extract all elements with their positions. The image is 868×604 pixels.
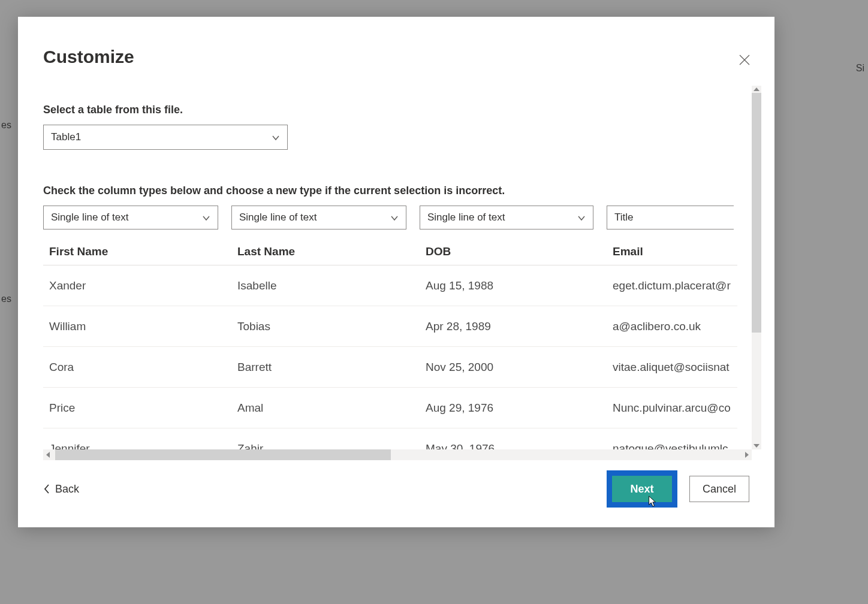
chevron-down-icon [390,213,399,222]
back-button[interactable]: Back [43,483,79,496]
column-header-first-name: First Name [43,245,231,258]
customize-dialog: Customize Select a table from this file.… [18,17,774,527]
cell-first-name: Price [43,401,231,415]
cancel-button-label: Cancel [703,483,736,496]
mouse-cursor-icon [647,495,658,508]
column-type-value: Single line of text [51,212,128,224]
scroll-left-arrow-icon [46,452,50,458]
dialog-title: Customize [43,47,749,67]
cell-first-name: Jennifer [43,442,231,449]
table-row: William Tobias Apr 28, 1989 a@aclibero.c… [43,306,737,347]
column-type-dropdown-4[interactable]: Title [607,206,734,229]
cell-first-name: Xander [43,279,231,292]
cell-email: vitae.aliquet@sociisnat [607,361,737,374]
background-text-fragment: es [1,294,11,304]
close-button[interactable] [737,53,752,67]
cell-email: natoque@vestibulumlc [607,442,737,449]
cell-dob: Aug 15, 1988 [420,279,607,292]
cell-last-name: Isabelle [231,279,420,292]
vertical-scrollbar-thumb[interactable] [752,93,761,333]
table-select-label: Select a table from this file. [43,104,761,116]
horizontal-scrollbar-thumb[interactable] [55,449,391,460]
dialog-footer: Back Next Cancel [43,476,749,502]
column-type-value: Single line of text [427,212,505,224]
cell-email: a@aclibero.co.uk [607,320,737,333]
column-type-dropdown-3[interactable]: Single line of text [420,206,593,229]
cell-email: eget.dictum.placerat@r [607,279,737,292]
table-row: Jennifer Zahir May 30, 1976 natoque@vest… [43,428,737,449]
table-select-value: Table1 [51,131,81,143]
background-text-fragment: es [1,120,11,131]
next-button-highlight: Next [607,470,677,508]
cancel-button[interactable]: Cancel [689,476,749,502]
column-type-value: Title [614,212,634,224]
cell-email: Nunc.pulvinar.arcu@co [607,401,737,415]
background-text-fragment: Si [856,63,864,74]
next-button[interactable]: Next [612,476,672,502]
table-select-dropdown[interactable]: Table1 [43,125,288,150]
column-header-email: Email [607,245,737,258]
column-type-dropdown-1[interactable]: Single line of text [43,206,218,229]
chevron-left-icon [43,484,50,494]
vertical-scrollbar[interactable] [752,86,761,449]
cell-dob: Aug 29, 1976 [420,401,607,415]
cell-dob: Apr 28, 1989 [420,320,607,333]
back-button-label: Back [55,483,79,496]
chevron-down-icon [577,213,586,222]
table-row: Xander Isabelle Aug 15, 1988 eget.dictum… [43,265,737,306]
close-icon [737,53,752,67]
horizontal-scrollbar[interactable] [43,449,752,460]
chevron-down-icon [272,133,280,141]
column-header-last-name: Last Name [231,245,420,258]
scroll-up-arrow-icon [754,87,760,91]
cell-last-name: Tobias [231,320,420,333]
scroll-down-arrow-icon [754,444,760,448]
column-header-dob: DOB [420,245,607,258]
preview-grid: Single line of text Single line of text … [43,206,761,449]
cell-first-name: Cora [43,361,231,374]
cell-last-name: Zahir [231,442,420,449]
scroll-right-arrow-icon [745,452,749,458]
cell-first-name: William [43,320,231,333]
cell-dob: Nov 25, 2000 [420,361,607,374]
table-header-row: First Name Last Name DOB Email [43,238,737,265]
column-type-label: Check the column types below and choose … [43,185,761,197]
table-row: Price Amal Aug 29, 1976 Nunc.pulvinar.ar… [43,388,737,428]
column-type-dropdown-2[interactable]: Single line of text [231,206,406,229]
cell-last-name: Barrett [231,361,420,374]
cell-dob: May 30, 1976 [420,442,607,449]
column-type-value: Single line of text [239,212,317,224]
dialog-body-scroll: Select a table from this file. Table1 Ch… [43,86,761,449]
chevron-down-icon [202,213,210,222]
column-type-row: Single line of text Single line of text … [43,206,737,229]
next-button-label: Next [630,483,653,496]
cell-last-name: Amal [231,401,420,415]
table-row: Cora Barrett Nov 25, 2000 vitae.aliquet@… [43,347,737,388]
